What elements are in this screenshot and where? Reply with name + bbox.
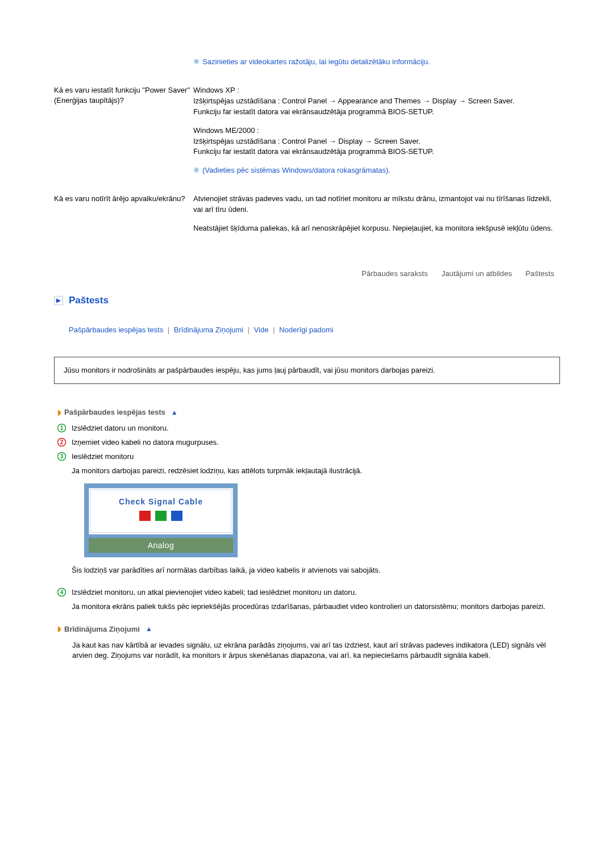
number-3-icon: 3 xyxy=(57,452,66,461)
tab-warnings[interactable]: Brīdinājuma Ziņojumi xyxy=(174,326,243,334)
nav-selftest[interactable]: Paštests xyxy=(525,269,554,278)
step-2-text: Izņemiet video kabeli no datora mugurpus… xyxy=(72,437,560,448)
svg-text:1: 1 xyxy=(60,425,64,431)
step-2: 2 Izņemiet video kabeli no datora mugurp… xyxy=(57,437,560,448)
up-triangle-icon[interactable]: ▲ xyxy=(146,625,152,633)
step-1-text: Izslēdziet datoru un monitoru. xyxy=(72,423,560,434)
blue-square-icon xyxy=(171,511,182,521)
csc-title: Check Signal Cable xyxy=(91,496,231,507)
svg-text:3: 3 xyxy=(60,453,64,460)
section-title-selftest: ▶ Paštests xyxy=(54,295,560,306)
nav-checklist[interactable]: Pārbaudes saraksts xyxy=(362,269,428,278)
svg-text:2: 2 xyxy=(60,439,64,445)
step-3: 3 Ieslēdziet monitoru Ja monitors darboj… xyxy=(57,452,560,576)
arrow-right-icon: ▶ xyxy=(54,296,63,305)
videocard-note: ✳ Sazinieties ar videokartes ražotāju, l… xyxy=(193,57,560,67)
step-4-text: Izslēdziet monitoru, un atkal pievienoji… xyxy=(72,587,560,598)
green-square-icon xyxy=(155,511,167,521)
windows-manual-note: ✳ (Vadieties pēc sistēmas Windows/datora… xyxy=(193,165,560,176)
tab-tips[interactable]: Noderīgi padomi xyxy=(279,326,333,334)
subhead-title: Brīdinājuma Ziņojumi xyxy=(64,625,140,633)
csc-mode: Analog xyxy=(89,538,233,553)
step-3-text: Ieslēdziet monitoru xyxy=(72,452,560,462)
orange-bullet-icon: ◗ xyxy=(57,625,61,633)
answer-cleaning-1: Atvienojiet strāvas padeves vadu, un tad… xyxy=(193,194,560,215)
answer-cleaning-2: Neatstājiet šķīduma paliekas, kā arī nen… xyxy=(193,223,560,234)
tab-environment[interactable]: Vide xyxy=(254,326,269,334)
note-text: (Vadieties pēc sistēmas Windows/datora r… xyxy=(202,165,391,176)
step-1: 1 Izslēdziet datoru un monitoru. xyxy=(57,423,560,434)
number-4-icon: 4 xyxy=(57,588,66,596)
tab-links: Pašpārbaudes iespējas tests | Brīdinājum… xyxy=(69,326,560,334)
tab-selfcheck[interactable]: Pašpārbaudes iespējas tests xyxy=(69,326,163,334)
question-power-saver: Kā es varu iestatīt funkciju "Power Save… xyxy=(54,85,193,106)
number-2-icon: 2 xyxy=(57,438,66,446)
subhead-selfcheck: ◗ Pašpārbaudes iespējas tests ▲ xyxy=(57,408,560,416)
check-signal-cable-image: Check Signal Cable Analog xyxy=(84,483,238,557)
orange-bullet-icon: ◗ xyxy=(57,408,61,416)
warnings-body: Ja kaut kas nav kārtībā ar ievades signā… xyxy=(72,640,560,662)
page-nav: Pārbaudes saraksts Jautājumi un atbildes… xyxy=(54,269,560,278)
section-title-text: Paštests xyxy=(69,295,109,306)
subhead-warnings: ◗ Brīdinājuma Ziņojumi ▲ xyxy=(57,625,560,633)
step-4-subtext: Ja monitora ekrāns paliek tukšs pēc iepr… xyxy=(72,602,560,612)
step-3-after: Šis lodziņš var parādīties arī normālas … xyxy=(72,565,560,576)
nav-qna[interactable]: Jautājumi un atbildes xyxy=(441,269,512,278)
note-text: Sazinieties ar videokartes ražotāju, lai… xyxy=(202,57,430,67)
red-square-icon xyxy=(139,511,151,521)
answer-xp: Windows XP : Izšķirtspējas uzstādīšana :… xyxy=(193,85,560,118)
number-1-icon: 1 xyxy=(57,424,66,432)
answer-me2000: Windows ME/2000 : Izšķirtspējas uzstādīš… xyxy=(193,126,560,158)
step-4: 4 Izslēdziet monitoru, un atkal pievieno… xyxy=(57,587,560,612)
step-3-subtext: Ja monitors darbojas pareizi, redzēsiet … xyxy=(72,466,560,477)
up-triangle-icon[interactable]: ▲ xyxy=(171,408,178,416)
bullet-x-icon: ✳ xyxy=(193,57,199,67)
question-cleaning: Kā es varu notīrīt ārējo apvalku/ekrānu? xyxy=(54,194,193,204)
intro-box: Jūsu monitors ir nodrošināts ar pašpārba… xyxy=(54,357,560,384)
bullet-x-icon: ✳ xyxy=(193,165,199,176)
svg-text:4: 4 xyxy=(60,589,64,595)
subhead-title: Pašpārbaudes iespējas tests xyxy=(64,408,165,416)
